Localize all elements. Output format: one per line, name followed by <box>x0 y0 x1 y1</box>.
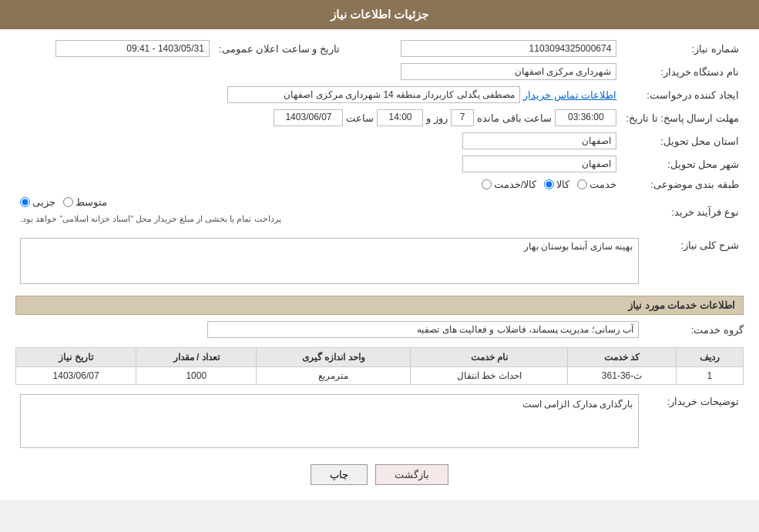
deadline-days-value: 7 <box>451 109 474 126</box>
category-option-service[interactable]: خدمت <box>577 179 616 190</box>
province-value: اصفهان <box>462 132 616 149</box>
requester-contact-link[interactable]: اطلاعات تماس خریدار <box>523 89 616 101</box>
need-desc-label: شرح کلی نیاز: <box>643 235 744 289</box>
announce-date-value: 1403/05/31 - 09:41 <box>55 40 210 57</box>
buyer-org-label: نام دستگاه خریدار: <box>621 60 744 83</box>
table-row: 1ث-36-361احداث خط انتقالمترمربع10001403/… <box>16 367 744 385</box>
buyer-org-value: شهرداری مرکزی اصفهان <box>401 63 616 80</box>
buyer-notes-label: توضیحات خریدار: <box>643 391 744 453</box>
back-button[interactable]: بازگشت <box>375 464 448 485</box>
deadline-date-value: 1403/06/07 <box>274 109 343 126</box>
services-section-title: اطلاعات خدمات مورد نیاز <box>15 296 744 315</box>
requester-label: ایجاد کننده درخواست: <box>621 83 744 106</box>
need-description-input[interactable] <box>20 238 639 284</box>
deadline-time-value: 14:00 <box>377 109 423 126</box>
requester-cell: اطلاعات تماس خریدار مصطفی یگدلی کاربرداز… <box>15 83 621 106</box>
col-header-unit: واحد اندازه گیری <box>257 348 411 367</box>
col-header-qty: تعداد / مقدار <box>136 348 257 367</box>
page-header: جزئیات اطلاعات نیاز <box>0 0 759 29</box>
col-header-code: کد خدمت <box>568 348 677 367</box>
service-group-label: گروه خدمت: <box>643 324 744 336</box>
process-option-small[interactable]: جزیی <box>20 196 55 208</box>
service-group-value: آب رسانی؛ مدیریت پسماند، فاضلاب و فعالیت… <box>207 321 639 338</box>
process-note: پرداخت تمام یا بخشی از مبلغ خریدار محل "… <box>20 211 281 227</box>
process-label: نوع فرآیند خرید: <box>621 193 744 230</box>
deadline-cell: 03:36:00 ساعت باقی مانده 7 روز و 14:00 س… <box>15 106 621 129</box>
need-number-label: شماره نیاز: <box>621 37 744 60</box>
main-info-table: شماره نیاز: 1103094325000674 تاریخ و ساع… <box>15 37 744 230</box>
buyer-org-cell: شهرداری مرکزی اصفهان <box>15 60 621 83</box>
print-button[interactable]: چاپ <box>311 464 368 485</box>
buyer-notes-cell: بارگذاری مدارک الزامی است <box>15 391 643 453</box>
process-option-medium[interactable]: متوسط <box>63 196 107 208</box>
announce-date-cell: 1403/05/31 - 09:41 <box>15 37 214 60</box>
col-header-name: نام خدمت <box>411 348 568 367</box>
buyer-notes-table: توضیحات خریدار: بارگذاری مدارک الزامی اس… <box>15 391 744 453</box>
province-cell: اصفهان <box>15 129 621 152</box>
page-title: جزئیات اطلاعات نیاز <box>331 8 428 21</box>
action-buttons: بازگشت چاپ <box>15 464 744 485</box>
need-description-table: شرح کلی نیاز: بهینه سازی آبنما بوستان به… <box>15 235 744 289</box>
city-value: اصفهان <box>462 156 616 172</box>
deadline-label: مهلت ارسال پاسخ: تا تاریخ: <box>621 106 744 129</box>
service-group-row: گروه خدمت: آب رسانی؛ مدیریت پسماند، فاضل… <box>15 318 744 341</box>
deadline-days-label: روز و <box>426 112 448 124</box>
services-table: ردیف کد خدمت نام خدمت واحد اندازه گیری ت… <box>15 347 744 385</box>
need-number-value: 1103094325000674 <box>401 40 616 57</box>
category-label: طبقه بندی موضوعی: <box>621 176 744 193</box>
city-cell: اصفهان <box>15 152 621 176</box>
need-number-cell: 1103094325000674 <box>348 37 621 60</box>
deadline-remaining-value: 03:36:00 <box>555 109 616 126</box>
requester-value: مصطفی یگدلی کاربرداز منطقه 14 شهرداری مر… <box>227 86 520 103</box>
category-option-goods[interactable]: کالا <box>544 179 569 190</box>
deadline-time-label: ساعت <box>346 112 374 124</box>
category-option-both[interactable]: کالا/خدمت <box>482 179 537 190</box>
process-cell: متوسط جزیی پرداخت تمام یا بخشی از مبلغ خ… <box>15 193 621 230</box>
buyer-notes-input[interactable] <box>20 394 639 448</box>
city-label: شهر محل تحویل: <box>621 152 744 176</box>
category-cell: خدمت کالا کالا/خدمت <box>15 176 621 193</box>
deadline-remaining-label: ساعت باقی مانده <box>477 112 552 124</box>
need-desc-cell: بهینه سازی آبنما بوستان بهار <box>15 235 643 289</box>
col-header-row: ردیف <box>676 348 743 367</box>
col-header-date: تاریخ نیاز <box>16 348 136 367</box>
announce-date-label: تاریخ و ساعت اعلان عمومی: <box>214 37 348 60</box>
province-label: استان محل تحویل: <box>621 129 744 152</box>
